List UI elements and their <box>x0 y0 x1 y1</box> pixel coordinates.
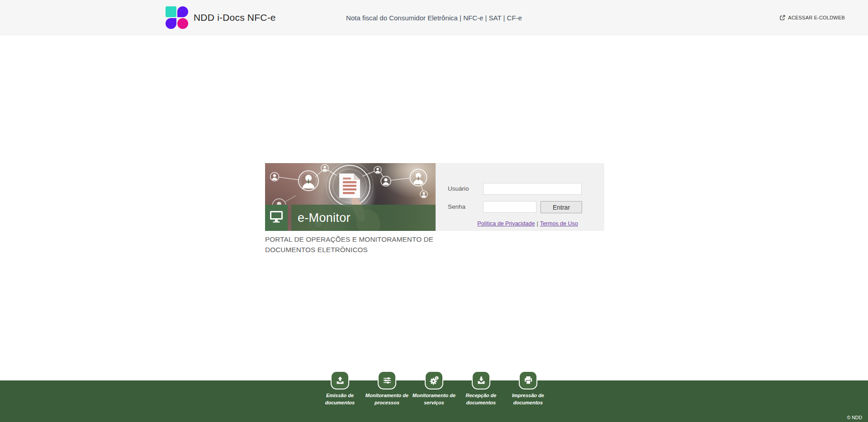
app-header: NDD i-Docs NFC-e Nota fiscal do Consumid… <box>0 0 868 35</box>
feature-emissao-documentos[interactable]: Emissão de documentos <box>317 371 364 406</box>
username-label: Usuário <box>448 185 469 192</box>
header-subtitle: Nota fiscal do Consumidor Eletrônica | N… <box>346 0 522 35</box>
login-form-panel: Usuário Senha Entrar Política de Privaci… <box>436 163 604 231</box>
sliders-icon <box>378 371 396 389</box>
feature-label: Emissão de documentos <box>317 392 364 406</box>
login-page: NDD i-Docs NFC-e Nota fiscal do Consumid… <box>0 0 868 422</box>
download-icon <box>472 371 490 389</box>
app-title: NDD i-Docs NFC-e <box>194 0 276 35</box>
printer-icon <box>519 371 537 389</box>
gears-icon <box>425 371 443 389</box>
entrar-button[interactable]: Entrar <box>541 201 582 213</box>
upload-icon <box>331 371 349 389</box>
links-separator: | <box>536 220 538 227</box>
legal-links: Política de Privacidade|Termos de Uso <box>436 220 604 227</box>
password-label: Senha <box>448 203 465 210</box>
logo-purple-leaf-bottom <box>166 18 176 29</box>
login-card: e-Monitor Usuário Senha Entrar Política … <box>265 163 604 231</box>
ndd-logo <box>166 6 188 29</box>
feature-label: Monitoramento de serviços <box>411 392 458 406</box>
logo-teal-square <box>166 6 176 17</box>
footer-feature-list: Emissão de documentos <box>317 371 552 406</box>
app-footer: Emissão de documentos <box>0 380 868 422</box>
logo-pink-circle <box>177 18 188 29</box>
acessar-ecoldweb-link[interactable]: ACESSAR E-COLDWEB <box>779 0 845 35</box>
feature-monitoramento-servicos[interactable]: Monitoramento de serviços <box>411 371 458 406</box>
emonitor-title: e-Monitor <box>298 211 351 225</box>
portal-caption: PORTAL DE OPERAÇÕES E MONITORAMENTO DE D… <box>265 234 445 255</box>
emonitor-banner: e-Monitor <box>265 163 436 231</box>
privacy-policy-link[interactable]: Política de Privacidade <box>477 220 535 227</box>
emonitor-title-band: e-Monitor <box>291 205 436 231</box>
feature-impressao-documentos[interactable]: Impressão de documentos <box>505 371 552 406</box>
password-input[interactable] <box>483 201 536 213</box>
acessar-ecoldweb-label: ACESSAR E-COLDWEB <box>788 15 845 20</box>
external-link-icon <box>779 14 786 21</box>
feature-label: Recepção de documentos <box>458 392 505 406</box>
feature-recepcao-documentos[interactable]: Recepção de documentos <box>458 371 505 406</box>
main-area: e-Monitor Usuário Senha Entrar Política … <box>0 35 868 380</box>
feature-label: Monitoramento de processos <box>364 392 411 406</box>
username-input[interactable] <box>483 183 582 195</box>
copyright-text: © NDD <box>847 415 862 420</box>
terms-of-use-link[interactable]: Termos de Uso <box>540 220 578 227</box>
monitor-icon-tile <box>265 205 288 231</box>
monitor-icon <box>269 210 284 225</box>
logo-purple-leaf-top <box>177 6 188 17</box>
feature-label: Impressão de documentos <box>505 392 552 406</box>
feature-monitoramento-processos[interactable]: Monitoramento de processos <box>364 371 411 406</box>
